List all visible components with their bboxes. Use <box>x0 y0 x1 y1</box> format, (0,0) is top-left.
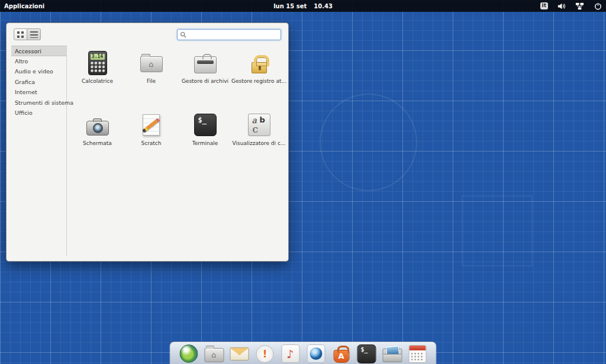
sidebar-item-accessori[interactable]: Accessori <box>11 46 66 56</box>
applications-menu-button[interactable]: Applicazioni <box>4 3 44 9</box>
top-panel: Applicazioni lun 15 set 10.43 it <box>0 0 606 12</box>
music-note-icon: ♪ <box>281 344 299 363</box>
applications-menu-popup: Accessori Altro Audio e video Grafica In… <box>6 22 289 262</box>
terminal-icon: $_ <box>194 114 217 136</box>
charmap-letter-c: c <box>253 123 259 135</box>
app-label: File <box>147 78 156 84</box>
home-emblem-icon: ⌂ <box>141 57 162 72</box>
sidebar-item-internet[interactable]: Internet <box>11 87 66 98</box>
grid-view-button[interactable] <box>14 28 27 40</box>
wallpaper-blueprint-square <box>462 195 533 266</box>
panel-time: 10.43 <box>314 3 333 9</box>
volume-icon[interactable] <box>556 0 566 12</box>
sidebar-item-grafica[interactable]: Grafica <box>11 77 66 88</box>
dock-item-terminal[interactable]: $_ <box>357 344 377 364</box>
camera-lens <box>93 123 103 133</box>
search-entry[interactable] <box>177 29 281 40</box>
calendar-icon <box>409 345 427 363</box>
dock-item-notifications[interactable]: ! <box>255 344 275 364</box>
app-label: Scratch <box>141 140 161 146</box>
sidebar-item-ufficio[interactable]: Ufficio <box>11 108 66 118</box>
app-label: Gestore di archivi <box>182 78 228 84</box>
app-label: Schermata <box>83 140 112 146</box>
sidebar-item-altro[interactable]: Altro <box>11 56 66 67</box>
paper-pencil-icon <box>143 114 160 136</box>
app-item-file[interactable]: ⌂ File <box>124 49 178 111</box>
camera-lens-icon <box>307 344 325 363</box>
calculator-icon: 3.14 <box>88 51 107 75</box>
wallpaper-blueprint-circle <box>320 94 417 191</box>
clock-indicator[interactable]: lun 15 set 10.43 <box>273 0 333 12</box>
dock-item-photos[interactable] <box>306 344 326 364</box>
app-label: Calcolatrice <box>82 78 113 84</box>
sidebar-item-audio-e-video[interactable]: Audio e video <box>11 66 66 77</box>
lock-icon <box>252 62 267 73</box>
camera-icon <box>86 121 109 136</box>
category-view-button[interactable] <box>27 28 41 40</box>
calculator-keys <box>91 62 105 73</box>
app-item-scratch[interactable]: Scratch <box>124 111 178 173</box>
app-item-gestore-registro[interactable]: Gestore registro at... <box>232 49 286 111</box>
app-label: Gestore registro at... <box>231 78 286 84</box>
sidebar-item-strumenti-di-sistema[interactable]: Strumenti di sistema <box>11 98 66 108</box>
power-icon[interactable] <box>592 0 603 12</box>
app-label: Terminale <box>192 140 218 146</box>
shopping-bag-icon: A <box>333 350 349 363</box>
view-toggle <box>14 28 41 40</box>
search-input[interactable] <box>189 31 278 38</box>
photo-thumbnail <box>385 346 399 356</box>
exclamation-icon: ! <box>256 345 274 363</box>
dock-item-music[interactable]: ♪ <box>281 344 301 364</box>
dock-item-home-folder[interactable]: ⌂ <box>204 344 224 364</box>
grid-view-icon <box>17 31 24 38</box>
app-item-schermata[interactable]: Schermata <box>70 111 124 173</box>
lens-circle <box>310 347 322 360</box>
dock-item-web-browser[interactable] <box>179 344 199 364</box>
desktop: Applicazioni lun 15 set 10.43 it <box>0 0 606 364</box>
app-item-terminale[interactable]: $_ Terminale <box>178 111 232 173</box>
keyboard-layout-indicator[interactable]: it <box>540 2 548 9</box>
pictures-folder-icon <box>382 349 402 362</box>
network-icon[interactable] <box>574 0 585 12</box>
mail-envelope-icon <box>230 347 249 360</box>
dock-item-pictures[interactable] <box>382 344 402 364</box>
dock-item-calendar[interactable] <box>408 344 428 364</box>
search-icon <box>180 31 187 38</box>
calendar-day-grid <box>411 353 424 362</box>
app-item-visualizzatore-caratteri[interactable]: a b c Visualizzatore di c... <box>232 111 286 173</box>
pencil-icon <box>142 118 160 133</box>
app-item-gestore-di-archivi[interactable]: Gestore di archivi <box>178 49 232 111</box>
home-emblem-icon: ⌂ <box>205 349 223 362</box>
app-grid: 3.14 Calcolatrice ⌂ File Gestore <box>70 49 286 173</box>
character-map-icon: a b c <box>248 114 270 136</box>
archive-icon <box>194 56 217 73</box>
app-item-calcolatrice[interactable]: 3.14 Calcolatrice <box>70 49 124 111</box>
calendar-header <box>410 346 426 350</box>
app-label: Visualizzatore di c... <box>233 140 286 146</box>
dock-item-appcenter[interactable]: A <box>331 344 352 364</box>
category-sidebar: Accessori Altro Audio e video Grafica In… <box>11 46 67 256</box>
home-folder-icon: ⌂ <box>204 348 224 362</box>
calculator-display: 3.14 <box>91 54 105 60</box>
folder-icon: ⌂ <box>140 56 163 72</box>
dock-item-mail[interactable] <box>230 344 250 364</box>
globe-icon <box>179 344 198 363</box>
panel-date: lun 15 set <box>273 3 307 9</box>
charmap-letter-b: b <box>260 115 265 124</box>
dock: ⌂ ! ♪ A $_ <box>170 342 437 364</box>
category-view-icon <box>30 31 38 38</box>
terminal-icon: $_ <box>357 344 376 363</box>
